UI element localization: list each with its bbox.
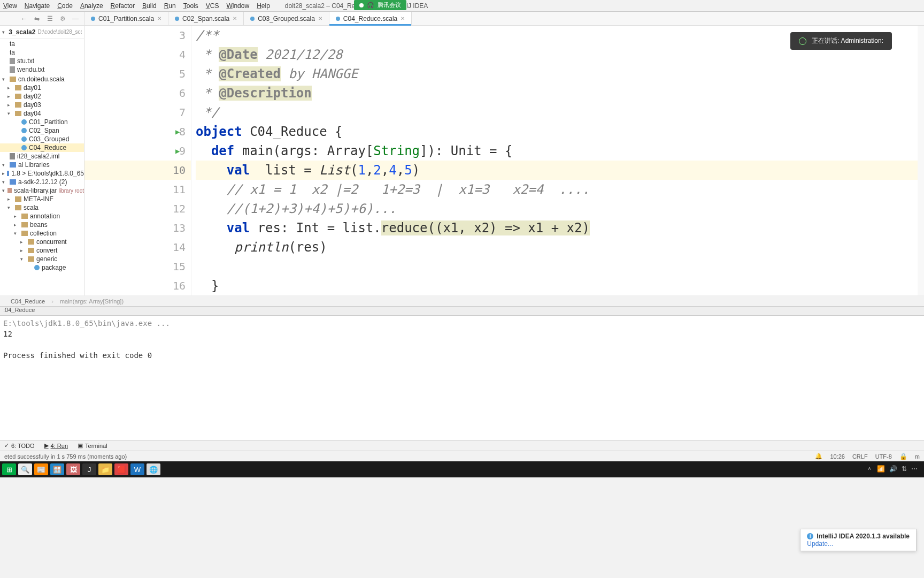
chevron-down-icon[interactable]: ▾	[7, 205, 13, 210]
tree-node[interactable]: ▸1.8 > E:\tools\jdk1.8.0_65	[0, 169, 84, 178]
tree-node[interactable]: stu.txt	[0, 57, 84, 65]
tree-node[interactable]: C02_Span	[0, 126, 84, 135]
run-gutter-icon[interactable]: ▶	[175, 127, 180, 136]
tree-node[interactable]: ta	[0, 48, 84, 57]
close-icon[interactable]: ✕	[318, 16, 322, 21]
editor-tab[interactable]: C01_Partition.scala✕	[84, 12, 168, 25]
tree-node[interactable]: ▾a-sdk-2.12.12 (2)	[0, 178, 84, 186]
tree-node[interactable]: ▾al Libraries	[0, 161, 84, 169]
editor-tab[interactable]: C03_Grouped.scala✕	[244, 12, 329, 25]
menu-refactor[interactable]: Refactor	[111, 2, 135, 10]
code-line[interactable]: }	[196, 276, 924, 295]
code-line[interactable]: def main(args: Array[String]): Unit = {	[196, 141, 924, 161]
taskbar-app-icon[interactable]: ⊞	[2, 463, 16, 475]
menu-run[interactable]: Run	[164, 2, 176, 10]
code-line[interactable]: // x1 = 1 x2 |=2 1+2=3 | x1=3 x2=4 ....	[196, 180, 924, 199]
gutter[interactable]: 34567▶8▶9💡10111213141516	[84, 26, 191, 295]
tree-node[interactable]: ▸annotation	[0, 212, 84, 220]
tray-chevron-up-icon[interactable]: ＾	[866, 465, 873, 474]
code-line[interactable]: val res: Int = list.reduce((x1, x2) => x…	[196, 218, 924, 238]
chevron-down-icon[interactable]: ▾	[2, 77, 7, 82]
tree-node[interactable]: it28_scala2.iml	[0, 152, 84, 161]
chevron-right-icon[interactable]: ▸	[7, 102, 13, 108]
chevron-down-icon[interactable]: ▾	[2, 188, 5, 193]
tray-arrows-icon[interactable]: ⇅	[902, 465, 907, 474]
tool-window-button[interactable]: ▣Terminal	[78, 442, 107, 449]
tree-node[interactable]: ▾scala-library.jar library root	[0, 186, 84, 195]
system-tray[interactable]: ＾ 📶 🔊 ⇅ ⋯	[866, 465, 922, 474]
project-tree[interactable]: tatastu.txtwendu.txt ▾cn.doitedu.scala▸d…	[0, 39, 84, 273]
update-notification[interactable]: i IntelliJ IDEA 2020.1.3 available Updat…	[800, 529, 917, 551]
tencent-meeting-badge[interactable]: 🎧 腾讯会议	[354, 0, 406, 10]
chevron-right-icon[interactable]: ▸	[7, 196, 13, 202]
taskbar-app-icon[interactable]: W	[130, 463, 144, 475]
menu-analyze[interactable]: Analyze	[80, 2, 103, 10]
tree-node[interactable]: C01_Partition	[0, 118, 84, 126]
update-link[interactable]: Update...	[807, 540, 833, 547]
chevron-down-icon[interactable]: ▾	[20, 256, 26, 262]
taskbar-app-icon[interactable]: J	[82, 463, 96, 475]
taskbar-app-icon[interactable]: 🪟	[50, 463, 64, 475]
tree-node[interactable]: ▸day03	[0, 101, 84, 109]
tray-wifi-icon[interactable]: 📶	[877, 465, 885, 474]
tree-node[interactable]: ▸concurrent	[0, 238, 84, 246]
chevron-right-icon[interactable]: ▸	[7, 85, 13, 90]
tree-node[interactable]: C04_Reduce	[0, 143, 84, 152]
gutter-row[interactable]: 15	[84, 257, 191, 276]
lock-icon[interactable]: 🔒	[899, 453, 907, 460]
menu-window[interactable]: Window	[226, 2, 249, 10]
chevron-down-icon[interactable]: ▾	[14, 231, 19, 236]
chevron-right-icon[interactable]: ▸	[14, 222, 19, 227]
menu-help[interactable]: Help	[257, 2, 270, 10]
code-line[interactable]: * @Description	[196, 83, 924, 103]
tray-volume-icon[interactable]: 🔊	[889, 465, 897, 474]
tree-node[interactable]: ▾scala	[0, 203, 84, 212]
notification-bell-icon[interactable]: 🔔	[815, 453, 822, 460]
run-tool-header[interactable]: :04_Reduce	[0, 306, 924, 316]
code-area[interactable]: /** * @Date 2021/12/28 * @Created by HAN…	[191, 26, 924, 295]
collapse-icon[interactable]: ☰	[45, 14, 54, 23]
tree-node[interactable]: C03_Grouped	[0, 135, 84, 143]
run-console[interactable]: E:\tools\jdk1.8.0_65\bin\java.exe ... 12…	[0, 316, 924, 440]
menu-navigate[interactable]: Navigate	[25, 2, 50, 10]
menu-build[interactable]: Build	[142, 2, 157, 10]
chevron-right-icon[interactable]: ▸	[2, 171, 5, 176]
tree-node[interactable]: ▾cn.doitedu.scala	[0, 75, 84, 83]
tree-node[interactable]: ▸day01	[0, 83, 84, 92]
tree-node[interactable]: ▸META-INF	[0, 195, 84, 203]
tree-node[interactable]: ta	[0, 40, 84, 48]
code-editor[interactable]: 34567▶8▶9💡10111213141516 /** * @Date 202…	[84, 26, 924, 295]
taskbar-app-icon[interactable]: 🖼	[66, 463, 80, 475]
taskbar-app-icon[interactable]: 📰	[34, 463, 48, 475]
code-line[interactable]: val list = List(1,2,4,5)	[196, 161, 924, 180]
tree-node[interactable]: ▸convert	[0, 246, 84, 255]
gutter-row[interactable]: 4	[84, 45, 191, 64]
tool-window-button[interactable]: ▶4: Run	[44, 442, 68, 449]
menu-view[interactable]: View	[3, 2, 17, 10]
windows-taskbar[interactable]: ⊞🔍📰🪟🖼J📁🟥W🌐 ＾ 📶 🔊 ⇅ ⋯	[0, 461, 924, 477]
tree-node[interactable]: ▾day04	[0, 109, 84, 118]
code-line[interactable]	[196, 257, 924, 276]
editor-tab[interactable]: C02_Span.scala✕	[168, 12, 244, 25]
tree-node[interactable]: ▾collection	[0, 229, 84, 238]
tree-node[interactable]: wendu.txt	[0, 65, 84, 74]
code-line[interactable]: println(res)	[196, 238, 924, 257]
tray-more-icon[interactable]: ⋯	[911, 465, 918, 474]
project-panel[interactable]: ▾ 3_scala2 D:\code\doit28_scala2 tatastu…	[0, 26, 84, 295]
chevron-down-icon[interactable]: ▾	[2, 29, 6, 35]
close-icon[interactable]: ✕	[401, 16, 405, 21]
breadcrumb-item[interactable]: main(args: Array[String])	[60, 298, 124, 305]
breadcrumb-item[interactable]: C04_Reduce	[11, 298, 45, 305]
chevron-right-icon[interactable]: ▸	[14, 214, 19, 219]
close-icon[interactable]: ✕	[233, 16, 237, 21]
code-line[interactable]: */	[196, 103, 924, 122]
menu-vcs[interactable]: VCS	[206, 2, 219, 10]
taskbar-app-icon[interactable]: 🌐	[147, 463, 160, 475]
taskbar-app-icon[interactable]: 🟥	[114, 463, 128, 475]
chevron-down-icon[interactable]: ▾	[7, 111, 13, 116]
gutter-row[interactable]: 5	[84, 64, 191, 83]
tool-window-button[interactable]: ✓6: TODO	[4, 442, 35, 449]
gutter-row[interactable]: 💡10	[84, 161, 191, 180]
close-icon[interactable]: ✕	[157, 16, 161, 21]
tree-node[interactable]: ▾generic	[0, 255, 84, 263]
